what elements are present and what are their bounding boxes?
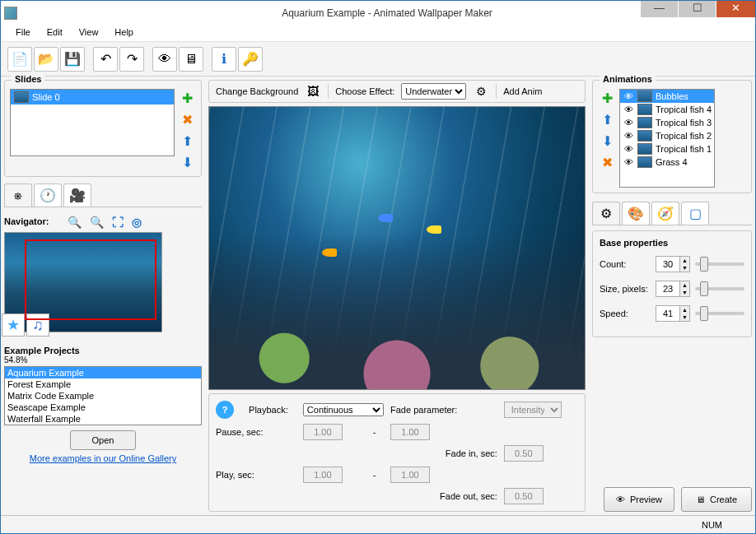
music-icon[interactable]: ♫ [26, 313, 49, 337]
title-bar: Aquarium Example - Animated Wallpaper Ma… [1, 1, 755, 26]
maximize-button[interactable]: ☐ [678, 1, 716, 17]
preview-canvas[interactable] [208, 106, 586, 390]
menu-view[interactable]: View [71, 26, 107, 41]
delete-slide-button[interactable]: ✖ [178, 110, 196, 128]
zoom-in-icon[interactable]: 🔍 [68, 216, 82, 229]
info-button[interactable]: ℹ [212, 47, 236, 72]
tab-navigator[interactable]: ⎈ [4, 183, 32, 207]
menu-edit[interactable]: Edit [39, 26, 71, 41]
visibility-icon[interactable]: 👁 [623, 91, 634, 101]
animation-item[interactable]: 👁Tropical fish 3 [620, 116, 714, 129]
speed-spinner[interactable]: ▲▼ [656, 305, 690, 322]
preview-toolbar-button[interactable]: 👁 [152, 47, 177, 72]
zoom-100-icon[interactable]: ◎ [132, 216, 142, 229]
animation-item[interactable]: 👁Tropical fish 2 [620, 129, 714, 142]
add-animation-button[interactable]: Add Anim [503, 86, 542, 96]
count-slider[interactable] [695, 262, 744, 266]
visibility-icon[interactable]: 👁 [623, 144, 634, 154]
new-button[interactable]: 📄 [7, 47, 32, 72]
eye-icon: 👁 [616, 495, 625, 504]
anim-up-button[interactable]: ⬆ [598, 110, 616, 128]
pause-from-input [303, 424, 343, 440]
slides-legend: Slides [12, 74, 44, 84]
preview-button[interactable]: 👁Preview [604, 487, 674, 512]
count-spinner[interactable]: ▲▼ [656, 256, 690, 272]
app-icon [4, 7, 17, 20]
pause-to-input [390, 424, 430, 440]
animation-item[interactable]: 👁Bubbles [620, 90, 714, 103]
visibility-icon[interactable]: 👁 [623, 118, 634, 128]
online-gallery-link[interactable]: More examples in our Online Gallery [4, 453, 202, 463]
numlock-indicator: NUM [702, 520, 722, 530]
visibility-icon[interactable]: 👁 [623, 131, 634, 141]
project-item[interactable]: Aquarium Example [5, 367, 201, 378]
navigator-preview[interactable]: ★ ♫ [4, 232, 162, 332]
apply-wallpaper-button[interactable]: 🖥 [179, 47, 203, 72]
example-projects-panel: Example Projects 54.8% Aquarium Example … [4, 339, 202, 463]
animations-legend: Animations [600, 74, 656, 84]
open-button[interactable]: 📂 [34, 47, 58, 72]
slide-up-button[interactable]: ⬆ [178, 132, 196, 150]
undo-button[interactable]: ↶ [93, 47, 118, 72]
slide-label: Slide 0 [32, 92, 60, 102]
navigator-label: Navigator: [4, 216, 49, 226]
fade-out-label: Fade out, sec: [440, 491, 497, 501]
speed-slider[interactable] [695, 312, 744, 315]
create-button[interactable]: 🖥Create [681, 487, 752, 512]
fade-in-label: Fade in, sec: [446, 448, 497, 458]
delete-animation-button[interactable]: ✖ [598, 153, 616, 171]
fit-icon[interactable]: ⛶ [112, 216, 124, 229]
menu-help[interactable]: Help [106, 26, 142, 41]
animations-list[interactable]: 👁Bubbles 👁Tropical fish 4 👁Tropical fish… [619, 89, 715, 188]
pause-label: Pause, sec: [216, 427, 296, 437]
close-button[interactable]: ✕ [716, 1, 755, 17]
anim-thumb-icon [637, 130, 652, 142]
menu-file[interactable]: File [7, 26, 39, 41]
tab-base-properties[interactable]: ⚙ [592, 202, 620, 225]
project-item[interactable]: Forest Example [5, 378, 201, 390]
tab-bounds[interactable]: ▢ [681, 202, 709, 225]
projects-progress: 54.8% [4, 355, 202, 365]
tab-clock[interactable]: 🕐 [34, 183, 62, 207]
tab-camera[interactable]: 🎥 [63, 183, 91, 207]
animation-item[interactable]: 👁Tropical fish 4 [620, 103, 714, 116]
anim-down-button[interactable]: ⬇ [598, 132, 616, 150]
change-background-button[interactable]: Change Background [216, 86, 298, 96]
add-animation-icon[interactable]: ✚ [598, 89, 616, 107]
visibility-icon[interactable]: 👁 [623, 104, 634, 114]
playback-mode-select[interactable]: Continuous [303, 403, 384, 416]
play-from-input [303, 467, 343, 483]
visibility-icon[interactable]: 👁 [623, 157, 634, 167]
slide-down-button[interactable]: ⬇ [178, 153, 196, 171]
tab-colors[interactable]: 🎨 [622, 202, 650, 225]
play-label: Play, sec: [216, 470, 296, 480]
animation-item[interactable]: 👁Tropical fish 1 [620, 142, 714, 156]
effect-settings-icon[interactable]: ⚙ [473, 83, 489, 100]
open-project-button[interactable]: Open [70, 430, 136, 450]
animation-item[interactable]: 👁Grass 4 [620, 156, 714, 169]
size-slider[interactable] [695, 287, 744, 290]
playback-panel: ? Playback: Continuous Fade parameter: I… [208, 393, 586, 512]
tab-motion[interactable]: 🧭 [651, 202, 679, 225]
slides-list[interactable]: Slide 0 [10, 89, 175, 156]
slide-thumb-icon [14, 91, 29, 103]
effect-select[interactable]: Underwater [401, 83, 466, 100]
add-slide-button[interactable]: ✚ [178, 89, 196, 107]
help-icon[interactable]: ? [216, 401, 234, 419]
register-button[interactable]: 🔑 [238, 47, 263, 72]
anim-thumb-icon [637, 143, 652, 155]
projects-list[interactable]: Aquarium Example Forest Example Matrix C… [4, 366, 202, 425]
project-item[interactable]: Seascape Example [5, 402, 201, 413]
minimize-button[interactable]: — [640, 1, 678, 17]
redo-button[interactable]: ↷ [119, 47, 144, 72]
zoom-out-icon[interactable]: 🔍 [90, 216, 104, 229]
project-item[interactable]: Matrix Code Example [5, 390, 201, 402]
size-spinner[interactable]: ▲▼ [656, 281, 690, 297]
save-button[interactable]: 💾 [60, 47, 85, 72]
slide-item[interactable]: Slide 0 [11, 90, 174, 104]
projects-header: Example Projects [4, 346, 202, 355]
favorite-icon[interactable]: ★ [2, 313, 25, 337]
background-icon[interactable]: 🖼 [305, 83, 321, 100]
choose-effect-label: Choose Effect: [335, 86, 394, 96]
project-item[interactable]: Waterfall Example [5, 413, 201, 425]
